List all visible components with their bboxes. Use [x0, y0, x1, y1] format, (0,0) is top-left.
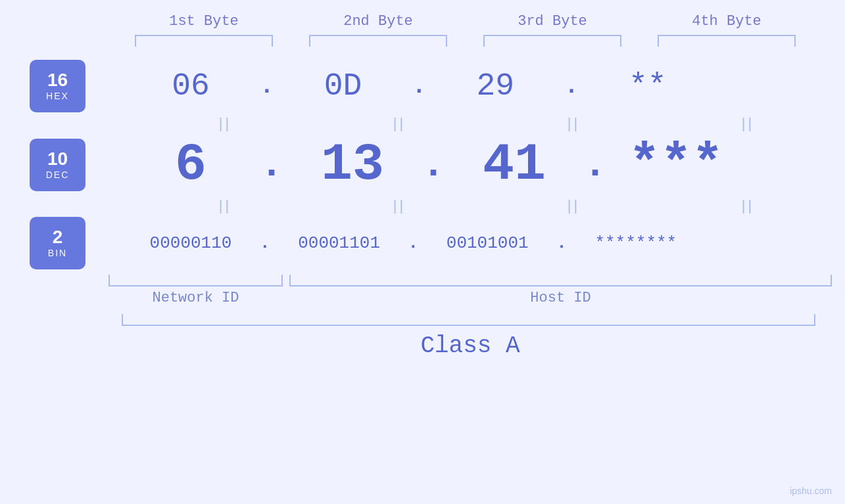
- eq-sign-1-4: ||: [742, 115, 754, 132]
- hex-byte-3: 29: [429, 68, 561, 104]
- main-container: 1st Byte 2nd Byte 3rd Byte 4th Byte 16 H…: [0, 0, 845, 504]
- host-id-label: Host ID: [289, 290, 832, 306]
- dec-byte-4: ***: [610, 135, 742, 195]
- bin-byte-3: 00101001: [422, 233, 553, 253]
- eq-sign-2-1: ||: [219, 197, 231, 214]
- byte-label-4: 4th Byte: [658, 13, 796, 30]
- hex-byte-2: 0D: [278, 68, 409, 104]
- class-label: Class A: [122, 332, 819, 359]
- bin-badge-name: BIN: [48, 248, 67, 258]
- dec-dot-3: .: [583, 143, 607, 187]
- bin-badge-number: 2: [53, 228, 63, 246]
- bottom-bracket-row: [109, 275, 832, 286]
- bracket-network: [109, 275, 283, 286]
- hex-dot-2: .: [412, 73, 427, 100]
- eq-sign-1-2: ||: [393, 115, 406, 132]
- dec-values: 6 . 13 . 41 . ***: [125, 135, 845, 195]
- eq1-3: ||: [505, 115, 643, 132]
- bracket-host: [289, 275, 832, 286]
- eq-sign-2-2: ||: [393, 197, 406, 214]
- class-row: Class A: [122, 314, 819, 359]
- dec-dot-2: .: [422, 143, 445, 187]
- eq2-3: ||: [505, 197, 643, 214]
- dec-badge: 10 DEC: [30, 139, 85, 191]
- eq-sign-1-3: ||: [567, 115, 580, 132]
- class-bracket: [122, 314, 815, 326]
- hex-byte-1: 06: [125, 68, 256, 104]
- bracket-top-4: [658, 35, 796, 47]
- bin-dot-1: .: [260, 233, 270, 253]
- byte-label-1: 1st Byte: [135, 13, 273, 30]
- eq1-4: ||: [679, 115, 817, 132]
- bin-values: 00000110 . 00001101 . 00101001 . *******…: [125, 233, 845, 253]
- bin-badge: 2 BIN: [30, 217, 85, 269]
- byte-headers: 1st Byte 2nd Byte 3rd Byte 4th Byte: [117, 13, 814, 30]
- hex-badge-number: 16: [47, 71, 68, 89]
- dec-badge-name: DEC: [46, 170, 70, 180]
- network-id-label: Network ID: [109, 290, 283, 306]
- dec-byte-3: 41: [448, 135, 580, 195]
- equals-row-2: || || || ||: [138, 195, 835, 217]
- eq-sign-2-4: ||: [742, 197, 754, 214]
- hex-badge: 16 HEX: [30, 60, 85, 112]
- dec-row: 10 DEC 6 . 13 . 41 . ***: [0, 135, 845, 195]
- dec-dot-1: .: [260, 143, 283, 187]
- dec-byte-2: 13: [287, 135, 418, 195]
- byte-label-2: 2nd Byte: [309, 13, 447, 30]
- hex-row: 16 HEX 06 . 0D . 29 . **: [0, 60, 845, 112]
- equals-row-1: || || || ||: [138, 112, 835, 135]
- eq2-1: ||: [157, 197, 295, 214]
- bin-dot-2: .: [408, 233, 419, 253]
- eq1-2: ||: [331, 115, 469, 132]
- eq1-1: ||: [157, 115, 295, 132]
- bracket-top-1: [135, 35, 273, 47]
- bin-dot-3: .: [556, 233, 567, 253]
- top-brackets: [117, 35, 814, 47]
- hex-dot-3: .: [564, 73, 579, 100]
- eq2-4: ||: [679, 197, 817, 214]
- hex-badge-name: HEX: [46, 91, 69, 101]
- byte-label-3: 3rd Byte: [483, 13, 621, 30]
- dec-byte-1: 6: [125, 135, 256, 195]
- bin-byte-1: 00000110: [125, 233, 256, 253]
- bin-byte-2: 00001101: [274, 233, 405, 253]
- eq-sign-1-1: ||: [219, 115, 231, 132]
- bracket-top-3: [483, 35, 621, 47]
- hex-values: 06 . 0D . 29 . **: [125, 68, 845, 104]
- eq-sign-2-3: ||: [567, 197, 580, 214]
- eq2-2: ||: [331, 197, 469, 214]
- id-labels: Network ID Host ID: [109, 290, 832, 306]
- bin-byte-4: ********: [570, 233, 702, 253]
- watermark: ipshu.com: [790, 486, 832, 496]
- bottom-brackets-area: Network ID Host ID: [109, 275, 832, 306]
- hex-dot-1: .: [260, 73, 274, 100]
- bracket-top-2: [309, 35, 447, 47]
- dec-badge-number: 10: [47, 150, 68, 168]
- hex-byte-4: **: [582, 68, 713, 104]
- bin-row: 2 BIN 00000110 . 00001101 . 00101001 . *…: [0, 217, 845, 269]
